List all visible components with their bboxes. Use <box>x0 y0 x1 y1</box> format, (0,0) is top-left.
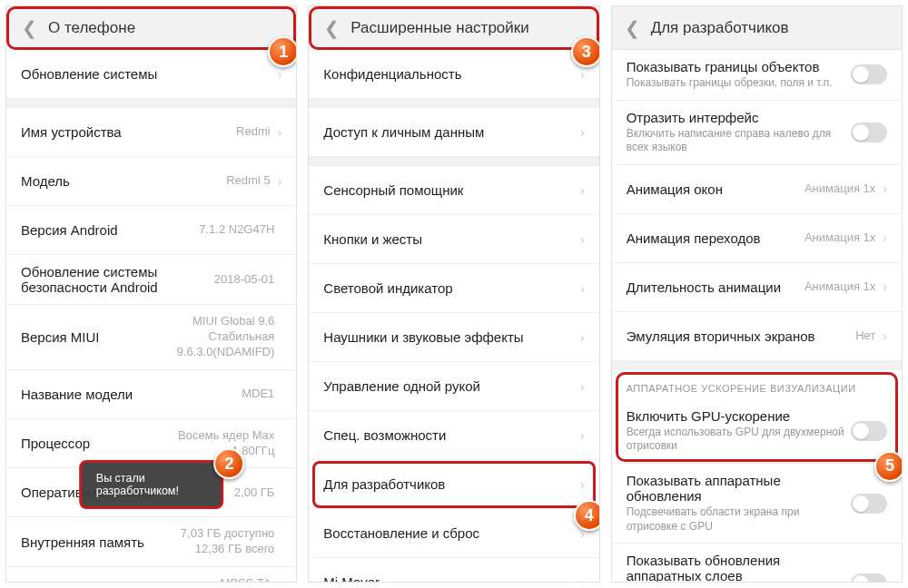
chevron-right-icon: › <box>883 230 887 245</box>
chevron-right-icon: › <box>580 428 585 443</box>
chevron-right-icon: › <box>580 330 585 345</box>
row-backup-reset[interactable]: Восстановление и сброс › <box>309 509 598 558</box>
switch-toggle[interactable] <box>851 573 887 582</box>
screen-about-phone: ❮ О телефоне 1 Обновление системы › Имя … <box>5 5 297 583</box>
row-secondary-displays[interactable]: Эмуляция вторичных экранов Нет › <box>612 312 902 361</box>
row-quick-ball[interactable]: Сенсорный помощник › <box>309 166 598 215</box>
chevron-right-icon: › <box>580 183 585 198</box>
screen3-body: Показывать границы объектов Показывать г… <box>612 50 902 582</box>
row-mi-mover[interactable]: Mi Mover › <box>309 558 598 582</box>
row-developer-options-wrap: Для разработчиков › 4 <box>309 460 598 509</box>
switch-toggle[interactable] <box>851 494 887 514</box>
row-privacy[interactable]: Конфиденциальность › <box>309 50 598 99</box>
row-show-hw-layers[interactable]: Показывать обновления аппаратных слоев В… <box>612 544 902 582</box>
step-marker-1: 1 <box>268 36 297 67</box>
step-marker-2: 2 <box>213 448 244 479</box>
switch-toggle[interactable] <box>851 64 887 84</box>
chevron-right-icon: › <box>278 174 282 189</box>
chevron-right-icon: › <box>883 279 887 294</box>
header-about[interactable]: ❮ О телефоне 1 <box>6 6 296 50</box>
row-model-name[interactable]: Название модели MDE1 <box>6 370 296 419</box>
screen-developer-options: ❮ Для разработчиков Показывать границы о… <box>611 5 903 583</box>
row-animator-duration[interactable]: Длительность анимации Анимация 1x › <box>612 263 902 312</box>
row-buttons-gestures[interactable]: Кнопки и жесты › <box>309 215 598 264</box>
row-force-gpu[interactable]: Включить GPU-ускорение Всегда использова… <box>612 399 902 464</box>
screen2-body: Конфиденциальность › Доступ к личным дан… <box>309 50 598 582</box>
section-hw-accel: АППАРАТНОЕ УСКОРЕНИЕ ВИЗУАЛИЗАЦИИ <box>612 370 902 399</box>
header-advanced[interactable]: ❮ Расширенные настройки 3 <box>309 6 598 50</box>
row-show-layout-bounds[interactable]: Показывать границы объектов Показывать г… <box>612 50 902 101</box>
row-developer-options[interactable]: Для разработчиков › <box>309 460 598 509</box>
header-title: Расширенные настройки <box>350 19 528 37</box>
row-show-hw-updates[interactable]: Показывать аппаратные обновления Подсвеч… <box>612 464 902 544</box>
chevron-right-icon: › <box>278 125 282 140</box>
row-rtl-layout[interactable]: Отразить интерфейс Включить написание сп… <box>612 101 902 165</box>
gpu-highlight-zone: АППАРАТНОЕ УСКОРЕНИЕ ВИЗУАЛИЗАЦИИ Включи… <box>612 370 902 464</box>
back-icon[interactable]: ❮ <box>324 19 340 37</box>
chevron-right-icon: › <box>580 575 585 583</box>
chevron-right-icon: › <box>883 328 887 343</box>
back-icon[interactable]: ❮ <box>22 19 37 37</box>
row-window-animation[interactable]: Анимация окон Анимация 1x › <box>612 165 902 214</box>
row-miui-version[interactable]: Версия MIUI MIUI Global 9.6 Стабильная 9… <box>6 305 296 370</box>
header-title: Для разработчиков <box>651 19 789 37</box>
chevron-right-icon: › <box>580 125 585 140</box>
row-transition-animation[interactable]: Анимация переходов Анимация 1x › <box>612 214 902 263</box>
row-internal-storage[interactable]: Внутренняя память 7,03 ГБ доступно 12,36… <box>6 517 296 567</box>
chevron-right-icon: › <box>278 67 282 82</box>
row-accessibility[interactable]: Спец. возможности › <box>309 411 598 460</box>
chevron-right-icon: › <box>580 477 585 492</box>
header-developer[interactable]: ❮ Для разработчиков <box>612 6 902 50</box>
step-marker-3: 3 <box>571 36 600 67</box>
row-personal-data[interactable]: Доступ к личным данным › <box>309 108 598 157</box>
row-android-version[interactable]: Версия Android 7.1.2 N2G47H <box>6 206 296 255</box>
back-icon[interactable]: ❮ <box>625 19 640 37</box>
row-model[interactable]: Модель Redmi 5 › <box>6 157 296 206</box>
switch-toggle[interactable] <box>851 122 887 142</box>
chevron-right-icon: › <box>580 379 585 394</box>
row-security-update[interactable]: Обновление системы безопасности Android … <box>6 255 296 305</box>
chevron-right-icon: › <box>883 181 887 196</box>
screen-advanced-settings: ❮ Расширенные настройки 3 Конфиденциальн… <box>308 5 599 583</box>
header-title: О телефоне <box>48 19 135 37</box>
row-led[interactable]: Световой индикатор › <box>309 264 598 313</box>
row-headphones-audio[interactable]: Наушники и звуковые эффекты › <box>309 313 598 362</box>
chevron-right-icon: › <box>580 67 585 82</box>
row-baseband[interactable]: Прошивка модуля связи MPSS.TA. 2.3.c1-00… <box>6 567 296 582</box>
row-system-update[interactable]: Обновление системы › <box>6 50 296 99</box>
chevron-right-icon: › <box>580 232 585 247</box>
switch-toggle[interactable] <box>851 421 887 441</box>
step-marker-5: 5 <box>874 451 902 482</box>
developer-toast: Вы стали разработчиком! 2 <box>79 460 224 509</box>
row-one-handed[interactable]: Управление одной рукой › <box>309 362 598 411</box>
chevron-right-icon: › <box>580 281 585 296</box>
row-device-name[interactable]: Имя устройства Redmi › <box>6 108 296 157</box>
